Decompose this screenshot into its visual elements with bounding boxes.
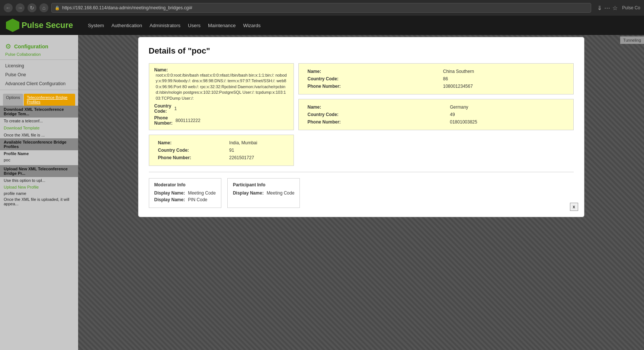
- url-bar[interactable]: 🔒 https://192.168.60.114/dana-admin/meet…: [51, 3, 591, 13]
- india-phone-value: 2261501727: [226, 154, 287, 161]
- germany-phone-label: Phone Number:: [305, 119, 446, 125]
- germany-table: Name: Germany Country Code: 49 Phone Num…: [304, 103, 568, 126]
- china-cc-label: Country Code:: [305, 76, 439, 82]
- moderator-row2-label: Display Name:: [154, 197, 185, 202]
- sidebar-profile-name-label: Profile Name: [0, 150, 78, 157]
- modal: Details of "poc" Name: root:x:0:0:root:/…: [138, 37, 584, 217]
- india-name-label: Name:: [155, 139, 226, 146]
- download-icon[interactable]: ⇓: [597, 4, 602, 12]
- bg-pattern: Tunneling Details of "poc" Name: root:x:…: [78, 35, 644, 350]
- forward-button[interactable]: →: [16, 3, 25, 12]
- india-name-value: India, Mumbai: [226, 139, 287, 146]
- participant-title: Participant Info: [233, 182, 294, 187]
- germany-cc-value: 49: [447, 111, 567, 118]
- sidebar-upload-section: Upload New XML Teleconference Bridge Pr.…: [0, 165, 78, 177]
- sidebar-download-once: Once the XML file is ...: [0, 132, 78, 138]
- modal-close-button[interactable]: x: [570, 203, 578, 211]
- germany-name-value: Germany: [447, 104, 567, 110]
- logo-pulse: Pulse: [22, 20, 46, 30]
- main-phone-value: 8001112222: [176, 118, 201, 123]
- sidebar-profile-name-value: poc: [0, 157, 78, 163]
- china-table: Name: China Southern Country Code: 86 Ph…: [304, 67, 568, 90]
- china-phone-row: Phone Number: 108001234567: [305, 83, 567, 90]
- india-phone-row: Phone Number: 2261501727: [155, 154, 288, 161]
- section-divider: [149, 172, 574, 172]
- main-cc-value: 1: [174, 106, 177, 111]
- nav-users[interactable]: Users: [188, 23, 201, 28]
- tab-options[interactable]: Options: [3, 94, 23, 106]
- china-name-row: Name: China Southern: [305, 68, 567, 75]
- germany-phone-row: Phone Number: 01801003825: [305, 119, 567, 125]
- logo-text: Pulse Secure: [22, 20, 73, 30]
- moderator-title: Moderator Info: [154, 182, 216, 187]
- logo-area: Pulse Secure: [6, 19, 73, 32]
- moderator-row1-value: Meeting Code: [188, 190, 216, 196]
- nav-wizards[interactable]: Wizards: [243, 23, 260, 28]
- sidebar-upload-once: Once the XML file is uploaded, it will a…: [0, 196, 78, 207]
- sidebar-config-header: ⚙ Configuration: [0, 39, 78, 52]
- tab-teleconference[interactable]: Teleconference Bridge Profiles: [24, 94, 75, 106]
- participant-row1: Display Name: Meeting Code: [233, 190, 294, 196]
- india-table: Name: India, Mumbai Country Code: 91 Pho…: [154, 139, 288, 162]
- menu-icon[interactable]: ⋯: [604, 4, 610, 12]
- main-cc-row: CountryCode: 1: [154, 103, 288, 114]
- india-name-row: Name: India, Mumbai: [155, 139, 288, 146]
- modal-title: Details of "poc": [149, 46, 574, 56]
- moderator-row2-value: PIN Code: [188, 197, 207, 202]
- main-content: ⚙ Configuration Pulse Collaboration Lice…: [0, 35, 644, 350]
- main-phone-row: PhoneNumber: 8001112222: [154, 115, 288, 126]
- nav-administrators[interactable]: Administrators: [150, 23, 180, 28]
- main-phone-label: PhoneNumber:: [154, 115, 173, 126]
- details-row-1: Name: root:x:0:0:root:/bin/bash nfast:x:…: [149, 63, 574, 130]
- main-name-row: Name: root:x:0:0:root:/bin/bash nfast:x:…: [154, 67, 288, 101]
- china-cc-row: Country Code: 86: [305, 76, 567, 82]
- back-button[interactable]: ←: [4, 3, 13, 12]
- participant-info-box: Participant Info Display Name: Meeting C…: [227, 178, 300, 208]
- sidebar-upload-link[interactable]: Upload New Profile: [0, 184, 78, 190]
- participant-row1-label: Display Name:: [233, 190, 264, 196]
- home-button[interactable]: ⌂: [39, 3, 48, 12]
- config-subtitle: Pulse Collaboration: [0, 52, 78, 57]
- main-name-label: Name:: [154, 67, 168, 73]
- india-phone-label: Phone Number:: [155, 154, 226, 161]
- china-cc-value: 86: [440, 76, 567, 82]
- germany-cc-label: Country Code:: [305, 111, 446, 118]
- bookmark-icon[interactable]: ☆: [612, 4, 618, 12]
- india-cc-label: Country Code:: [155, 147, 226, 154]
- sidebar: ⚙ Configuration Pulse Collaboration Lice…: [0, 35, 78, 350]
- germany-name-label: Name:: [305, 104, 446, 110]
- app-header: Pulse Secure System Authentication Admin…: [0, 16, 644, 35]
- nav-system[interactable]: System: [88, 23, 104, 28]
- participant-row1-value: Meeting Code: [267, 190, 295, 196]
- main-detail-box: Name: root:x:0:0:root:/bin/bash nfast:x:…: [149, 63, 294, 130]
- main-name-value: root:x:0:0:root:/bin/bash nfast:x:0:0:nf…: [156, 73, 288, 101]
- sidebar-download-template[interactable]: Download Template: [0, 124, 78, 132]
- moderator-info-box: Moderator Info Display Name: Meeting Cod…: [149, 178, 221, 208]
- sidebar-link-licensing[interactable]: Licensing: [0, 61, 78, 70]
- moderator-row1-label: Display Name:: [154, 190, 185, 196]
- sidebar-upload-desc: Use this option to upl...: [0, 177, 78, 184]
- sidebar-download-section: Download XML Teleconference Bridge Tem..…: [0, 106, 78, 118]
- nav-authentication[interactable]: Authentication: [112, 23, 142, 28]
- sidebar-link-pulse-one[interactable]: Pulse One: [0, 70, 78, 79]
- sidebar-link-advanced[interactable]: Advanced Client Configuration: [0, 79, 78, 88]
- india-detail-box: Name: India, Mumbai Country Code: 91 Pho…: [149, 135, 294, 166]
- sidebar-divider-1: [0, 60, 78, 60]
- url-text: https://192.168.60.114/dana-admin/meetin…: [62, 5, 192, 10]
- china-phone-label: Phone Number:: [305, 83, 439, 90]
- nav-maintenance[interactable]: Maintenance: [208, 23, 236, 28]
- reload-button[interactable]: ↻: [28, 3, 36, 12]
- logo-secure: Secure: [46, 20, 73, 30]
- logo-icon: [6, 19, 19, 32]
- moderator-row1: Display Name: Meeting Code: [154, 190, 216, 196]
- lock-icon: 🔒: [55, 6, 60, 10]
- right-boxes: Name: China Southern Country Code: 86 Ph…: [298, 63, 574, 130]
- china-name-label: Name:: [305, 68, 439, 75]
- germany-name-row: Name: Germany: [305, 104, 567, 110]
- sidebar-available-section: Available Teleconference Bridge Profiles: [0, 138, 78, 150]
- nav-menu: System Authentication Administrators Use…: [88, 23, 260, 28]
- china-phone-value: 108001234567: [440, 83, 567, 90]
- details-row-2: Name: India, Mumbai Country Code: 91 Pho…: [149, 135, 574, 166]
- pulse-co-label: Pulse Co: [622, 5, 640, 10]
- config-title: Configuration: [14, 44, 48, 49]
